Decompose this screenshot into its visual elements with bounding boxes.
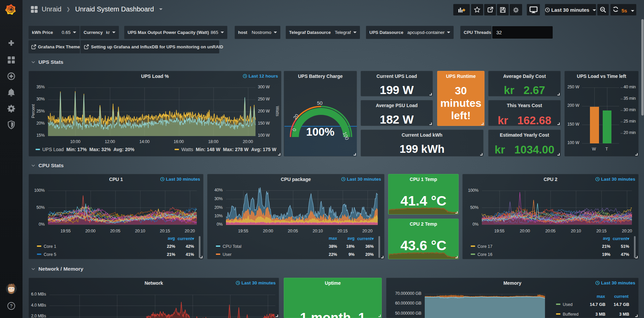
svg-text:?: ? (10, 303, 13, 309)
